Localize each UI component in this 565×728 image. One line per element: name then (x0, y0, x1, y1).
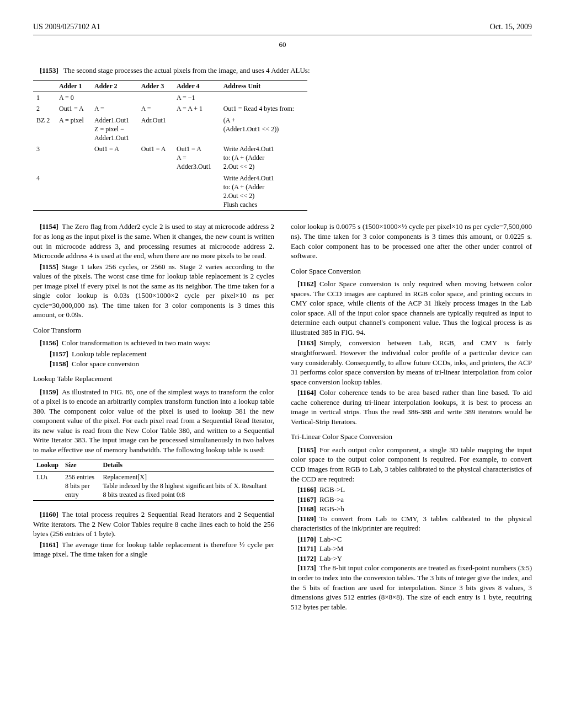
left-column: [1154]The Zero flag from Adder2 cycle 2 … (33, 222, 274, 613)
para-1156: [1156]Color transformation is achieved i… (33, 338, 274, 348)
para-1157: [1157]Lookup table replacement (33, 349, 274, 359)
doc-date: Oct. 15, 2009 (490, 22, 532, 33)
heading-lookup: Lookup Table Replacement (33, 374, 274, 384)
para-1171: [1171]Lab->M (291, 544, 532, 554)
para-1163: [1163]Simply, conversion between Lab, RG… (291, 338, 532, 387)
lookup-table: Lookup Size Details LU₁ 256 entries 8 bi… (33, 459, 274, 501)
para-1166: [1166]RGB->L (291, 485, 532, 495)
para-1162: [1162]Color Space conversion is only req… (291, 279, 532, 337)
para-1170: [1170]Lab->C (291, 534, 532, 544)
adder-table: Adder 1 Adder 2 Adder 3 Adder 4 Address … (33, 80, 307, 211)
para-1155: [1155]Stage 1 takes 256 cycles, or 2560 … (33, 262, 274, 320)
para-1153: [1153] The second stage processes the ac… (33, 66, 532, 76)
para-1173: [1173]The 8-bit input color components a… (291, 563, 532, 612)
doc-number: US 2009/0257102 A1 (33, 22, 100, 33)
para-1158: [1158]Color space conversion (33, 359, 274, 369)
para-1167: [1167]RGB->a (291, 495, 532, 505)
para-1159: [1159]As illustrated in FIG. 86, one of … (33, 387, 274, 455)
page-header: US 2009/0257102 A1 Oct. 15, 2009 (33, 22, 532, 35)
cont-text: color lookup is 0.0075 s (1500×1000×½ cy… (291, 222, 532, 260)
para-1169: [1169]To convert from Lab to CMY, 3 tabl… (291, 514, 532, 533)
para-1161: [1161]The average time for lookup table … (33, 540, 274, 559)
heading-color-transform: Color Transform (33, 325, 274, 335)
para-1172: [1172]Lab->Y (291, 554, 532, 564)
para-1165: [1165]For each output color component, a… (291, 445, 532, 484)
para-1160: [1160]The total process requires 2 Seque… (33, 510, 274, 539)
right-column: color lookup is 0.0075 s (1500×1000×½ cy… (291, 222, 532, 613)
para-1164: [1164]Color coherence tends to be area b… (291, 388, 532, 426)
para-1168: [1168]RGB->b (291, 504, 532, 514)
page-number: 60 (33, 40, 532, 50)
heading-csc: Color Space Conversion (291, 266, 532, 276)
heading-tri: Tri-Linear Color Space Conversion (291, 432, 532, 442)
para-1154: [1154]The Zero flag from Adder2 cycle 2 … (33, 222, 274, 260)
